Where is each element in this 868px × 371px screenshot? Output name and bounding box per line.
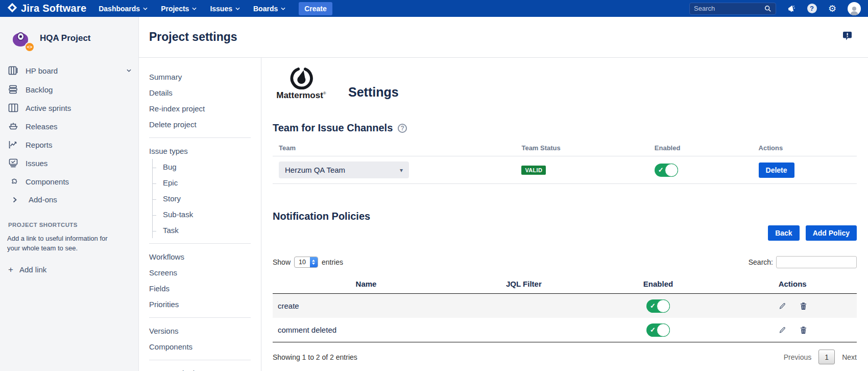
backlog-icon (8, 85, 18, 94)
help-icon[interactable]: ? (807, 4, 817, 14)
settings-nav-details[interactable]: Details (149, 85, 261, 101)
nav-dashboards[interactable]: Dashboards (99, 5, 148, 13)
team-table-row: Herzum QA Team ▾ VALID ✓ (273, 156, 857, 184)
app-window: Jira Software Dashboards Projects Issues… (0, 0, 868, 371)
col-jql-filter: JQL Filter (460, 280, 588, 288)
settings-nav-task[interactable]: Task (153, 222, 261, 238)
settings-nav-epic[interactable]: Epic (153, 175, 261, 191)
next-page-button[interactable]: Next (842, 353, 857, 361)
chart-icon (8, 140, 18, 149)
delete-policy-icon[interactable] (800, 302, 807, 310)
sidebar-item-active-sprints[interactable]: Active sprints (7, 99, 131, 117)
policies-table: Name JQL Filter Enabled Actions create ✓ (273, 275, 857, 342)
table-controls: Show 10 entries Search: (273, 256, 857, 268)
stepper-icon (310, 257, 318, 267)
help-circle-icon[interactable]: ? (398, 124, 407, 133)
add-policy-button[interactable]: Add Policy (806, 225, 857, 241)
policies-section-heading: Notification Policies (273, 211, 857, 222)
col-actions: Actions (728, 280, 857, 288)
page-number-button[interactable]: 1 (818, 350, 835, 364)
chevron-right-icon (10, 197, 20, 203)
policy-enabled-toggle[interactable]: ✓ (646, 299, 670, 313)
topbar-right: ? ⚙ (689, 2, 861, 15)
settings-nav-screens[interactable]: Screens (149, 265, 261, 281)
table-search-input[interactable] (776, 256, 857, 268)
policy-name: comment deleted (273, 326, 460, 334)
delete-team-button[interactable]: Delete (759, 163, 794, 178)
team-select[interactable]: Herzum QA Team ▾ (279, 161, 409, 178)
settings-nav-versions[interactable]: Versions (149, 323, 261, 339)
nav-projects[interactable]: Projects (161, 5, 197, 13)
policy-enabled-toggle[interactable]: ✓ (646, 323, 670, 337)
pagination: Previous 1 Next (784, 350, 857, 364)
megaphone-icon[interactable] (786, 4, 797, 14)
divider (149, 360, 251, 360)
plus-icon: + (8, 265, 13, 275)
divider (149, 243, 251, 244)
settings-nav-issue-types[interactable]: Issue types (149, 143, 261, 159)
check-icon: ✓ (658, 166, 664, 174)
col-team-status: Team Status (521, 144, 654, 152)
caret-down-icon: ▾ (400, 167, 403, 174)
table-footer: Showing 1 to 2 of 2 entries Previous 1 N… (273, 350, 857, 364)
jira-logo[interactable]: Jira Software (7, 3, 86, 15)
user-avatar[interactable] (848, 2, 861, 15)
delete-policy-icon[interactable] (800, 326, 807, 334)
col-enabled: Enabled (655, 144, 759, 152)
project-sidebar: <> HQA Project HP board Backlog Active s… (0, 17, 139, 371)
previous-page-button[interactable]: Previous (784, 353, 811, 361)
sidebar-item-components[interactable]: Components (7, 172, 131, 191)
settings-nav-workflows[interactable]: Workflows (149, 249, 261, 265)
table-info: Showing 1 to 2 of 2 entries (273, 353, 357, 361)
sidebar-item-releases[interactable]: Releases (7, 117, 131, 135)
toggle-knob (657, 323, 670, 337)
feedback-icon[interactable] (842, 31, 853, 43)
page-size-select[interactable]: 10 (294, 257, 318, 268)
top-navigation: Dashboards Projects Issues Boards (99, 5, 285, 13)
nav-issues[interactable]: Issues (210, 5, 240, 13)
settings-nav-reindex[interactable]: Re-index project (149, 101, 261, 117)
add-link-button[interactable]: + Add link (8, 265, 131, 275)
back-button[interactable]: Back (768, 225, 799, 241)
board-selector[interactable]: HP board (8, 66, 131, 75)
ship-icon (8, 122, 18, 131)
settings-nav-story[interactable]: Story (153, 191, 261, 206)
project-shortcuts-heading: PROJECT SHORTCUTS (8, 222, 131, 228)
create-button[interactable]: Create (299, 2, 332, 15)
sidebar-item-add-ons[interactable]: Add-ons (7, 191, 131, 208)
settings-nav-sub-task[interactable]: Sub-task (153, 206, 261, 222)
check-icon: ✓ (650, 302, 656, 310)
puzzle-icon (8, 177, 18, 186)
search-input[interactable] (694, 5, 764, 12)
policy-row: comment deleted ✓ (273, 318, 857, 342)
settings-nav-users-and-roles[interactable]: Users and roles (149, 365, 261, 371)
sidebar-item-issues[interactable]: Issues (7, 154, 131, 172)
topbar-search[interactable] (689, 3, 776, 15)
sidebar-item-reports[interactable]: Reports (7, 135, 131, 154)
top-navbar: Jira Software Dashboards Projects Issues… (0, 0, 868, 17)
project-name: HQA Project (40, 33, 91, 43)
toggle-knob (657, 299, 670, 313)
edit-policy-icon[interactable] (778, 302, 786, 310)
toggle-knob (665, 164, 678, 177)
settings-nav-components[interactable]: Components (149, 339, 261, 355)
page-title: Project settings (149, 30, 237, 44)
gear-icon[interactable]: ⚙ (827, 4, 837, 14)
board-icon (8, 66, 18, 75)
settings-nav-delete-project[interactable]: Delete project (149, 117, 261, 132)
jira-logo-icon (7, 3, 17, 15)
edit-policy-icon[interactable] (778, 326, 786, 334)
sidebar-item-backlog[interactable]: Backlog (7, 80, 131, 99)
col-name: Name (273, 280, 460, 288)
nav-boards[interactable]: Boards (253, 5, 285, 13)
chevron-down-icon (281, 7, 285, 10)
mattermost-wordmark: Mattermost® (276, 90, 326, 101)
settings-nav-summary[interactable]: Summary (149, 69, 261, 85)
team-enabled-toggle[interactable]: ✓ (655, 164, 678, 177)
settings-nav-fields[interactable]: Fields (149, 281, 261, 296)
content-header: Project settings (139, 17, 868, 58)
show-label: Show (273, 258, 291, 266)
mattermost-settings-panel: Mattermost® Settings Team for Issue Chan… (261, 58, 868, 371)
settings-nav-priorities[interactable]: Priorities (149, 296, 261, 312)
settings-nav-bug[interactable]: Bug (153, 159, 261, 175)
